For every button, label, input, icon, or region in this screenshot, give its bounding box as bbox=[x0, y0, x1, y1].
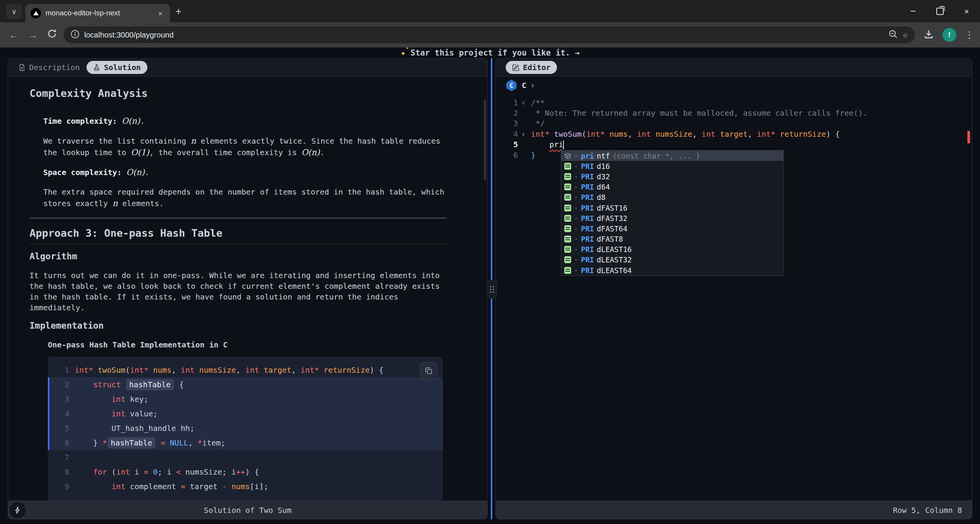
language-selector[interactable]: C C ∨ bbox=[496, 77, 972, 94]
code-line: 6 } *hashTable = NULL, *item; bbox=[48, 436, 443, 450]
editor-line[interactable]: 3 */ bbox=[496, 118, 972, 129]
site-favicon-icon bbox=[31, 8, 41, 18]
doc-scrollbar-thumb[interactable] bbox=[484, 100, 486, 180]
grip-dots-icon bbox=[490, 286, 494, 293]
fold-chevron-icon: ∨ bbox=[518, 100, 529, 106]
reload-icon[interactable] bbox=[44, 29, 60, 41]
restore-button[interactable] bbox=[926, 0, 953, 22]
cursor-position: Row 5, Column 8 bbox=[496, 506, 972, 515]
right-panel-header: Editor bbox=[496, 59, 972, 77]
suggestion-item[interactable]: ·PRIdFAST8 bbox=[561, 234, 783, 244]
code-line: 9 int complement = target - nums[i]; bbox=[48, 479, 443, 494]
text-suggestion-icon bbox=[564, 225, 571, 232]
editor-line[interactable]: 5 pri bbox=[496, 139, 972, 150]
editor-panel: Editor C C ∨ 1∨/**2 * Note: The returned… bbox=[495, 58, 972, 519]
problem-title: Solution of Two Sum bbox=[8, 506, 487, 515]
panel-resize-divider[interactable] bbox=[488, 58, 495, 519]
page: ✦✦ Star this project if you like it. → D… bbox=[0, 47, 980, 524]
address-bar[interactable]: localhost:3000/playground ☆ bbox=[64, 26, 915, 43]
document-icon bbox=[18, 64, 26, 71]
suggestion-item[interactable]: ·PRIdFAST32 bbox=[561, 213, 783, 223]
suggestion-item[interactable]: ·PRId16 bbox=[561, 161, 783, 171]
copy-code-button[interactable] bbox=[420, 362, 438, 380]
lightning-button[interactable] bbox=[9, 501, 26, 519]
tab-search-button[interactable]: ∨ bbox=[6, 4, 22, 19]
c-language-icon: C bbox=[506, 80, 517, 91]
forward-icon[interactable]: → bbox=[25, 29, 41, 41]
suggestion-item[interactable]: ·PRId32 bbox=[561, 171, 783, 182]
code-line: 8 for (int i = 0; i < numsSize; i++) { bbox=[48, 465, 443, 479]
doc-block-h3: Implementation bbox=[29, 321, 447, 330]
flask-icon bbox=[93, 64, 100, 71]
right-status-bar: Row 5, Column 8 bbox=[496, 501, 972, 519]
tab-description[interactable]: Description bbox=[18, 63, 80, 72]
chevron-down-icon: ∨ bbox=[531, 82, 534, 89]
tab-editor-label: Editor bbox=[523, 63, 550, 72]
bookmark-star-icon[interactable]: ☆ bbox=[903, 29, 908, 40]
doc-block-hr bbox=[29, 218, 447, 219]
suggestion-item[interactable]: ·PRIdLEAST32 bbox=[561, 255, 783, 265]
download-icon[interactable] bbox=[923, 29, 934, 41]
doc-block-label: One-pass Hash Table Implementation in C bbox=[48, 339, 447, 350]
lightning-icon bbox=[14, 506, 21, 514]
monaco-editor[interactable]: 1∨/**2 * Note: The returned array must b… bbox=[496, 94, 972, 501]
main-split: Description Solution Complexity Analysis… bbox=[8, 58, 972, 519]
editor-line[interactable]: 2 * Note: The returned array must be mal… bbox=[496, 108, 972, 118]
browser-tab[interactable]: monaco-editor-lsp-next ✕ bbox=[25, 4, 170, 22]
fold-chevron-icon: ∨ bbox=[518, 131, 529, 137]
close-button[interactable]: ✕ bbox=[953, 0, 980, 22]
text-suggestion-icon bbox=[564, 194, 571, 201]
text-suggestion-icon bbox=[564, 215, 571, 222]
code-lines: 1int* twoSum(int* nums, int numsSize, in… bbox=[48, 363, 443, 494]
text-suggestion-icon bbox=[564, 183, 571, 190]
suggestion-item[interactable]: ·PRIdLEAST64 bbox=[561, 265, 783, 275]
language-label: C bbox=[522, 81, 526, 90]
suggestion-item[interactable]: ·PRId64 bbox=[561, 182, 783, 192]
doc-block-h3: Algorithm bbox=[29, 252, 447, 261]
suggestion-item[interactable]: ·PRId8 bbox=[561, 192, 783, 203]
banner-text: Star this project if you like it. bbox=[410, 48, 570, 57]
text-suggestion-icon bbox=[564, 256, 571, 263]
doc-block-pi: Space complexity: O(n). bbox=[43, 167, 447, 178]
star-banner[interactable]: ✦✦ Star this project if you like it. → bbox=[0, 47, 980, 58]
suggestion-item[interactable]: ·PRIdFAST64 bbox=[561, 223, 783, 234]
text-suggestion-icon bbox=[564, 236, 571, 242]
text-suggestion-icon bbox=[564, 267, 571, 274]
tab-bar: ∨ monaco-editor-lsp-next ✕ + ─ ✕ bbox=[0, 0, 980, 22]
arrow-right-icon: → bbox=[575, 48, 580, 57]
toolbar-right: f ⋮ bbox=[923, 28, 974, 42]
doc-block-pi: We traverse the list containing n elemen… bbox=[43, 135, 447, 158]
minimize-button[interactable]: ─ bbox=[900, 0, 926, 22]
code-line: 4 int value; bbox=[48, 406, 443, 421]
autocomplete-widget: ·printf(const char *, ... )·PRId16·PRId3… bbox=[561, 150, 784, 276]
suggestion-item[interactable]: ·printf(const char *, ... ) bbox=[561, 151, 783, 161]
solution-content: Complexity AnalysisTime complexity: O(n)… bbox=[8, 77, 487, 501]
site-info-icon[interactable] bbox=[70, 29, 80, 40]
pencil-square-icon bbox=[512, 64, 519, 71]
editor-line[interactable]: 4∨int* twoSum(int* nums, int numsSize, i… bbox=[496, 129, 972, 139]
tab-editor[interactable]: Editor bbox=[506, 61, 557, 74]
tab-title: monaco-editor-lsp-next bbox=[46, 9, 151, 17]
browser-menu-icon[interactable]: ⋮ bbox=[965, 29, 974, 40]
back-icon[interactable]: ← bbox=[6, 29, 21, 41]
code-line: 2 struct hashTable { bbox=[48, 377, 443, 392]
resize-grip-handle[interactable] bbox=[487, 280, 497, 299]
suggestion-item[interactable]: ·PRIdLEAST16 bbox=[561, 244, 783, 255]
text-suggestion-icon bbox=[564, 205, 571, 211]
sparkles-icon: ✦✦ bbox=[400, 47, 406, 58]
browser-toolbar: ← → localhost:3000/playground ☆ bbox=[0, 22, 980, 47]
tab-solution[interactable]: Solution bbox=[87, 61, 147, 74]
new-tab-button[interactable]: + bbox=[175, 5, 181, 18]
tab-close-icon[interactable]: ✕ bbox=[156, 8, 165, 18]
error-ruler-marker bbox=[967, 131, 970, 143]
tab-description-label: Description bbox=[29, 63, 80, 72]
zoom-out-icon[interactable] bbox=[888, 29, 898, 41]
left-panel-header: Description Solution bbox=[8, 59, 487, 77]
profile-avatar[interactable]: f bbox=[942, 28, 956, 42]
code-line: 3 int key; bbox=[48, 392, 443, 406]
chevron-down-icon: ∨ bbox=[12, 8, 16, 16]
editor-line[interactable]: 1∨/** bbox=[496, 97, 972, 108]
suggestion-item[interactable]: ·PRIdFAST16 bbox=[561, 203, 783, 213]
url-text[interactable]: localhost:3000/playground bbox=[84, 31, 884, 39]
doc-block-p: It turns out we can do it in one-pass. W… bbox=[29, 270, 447, 313]
